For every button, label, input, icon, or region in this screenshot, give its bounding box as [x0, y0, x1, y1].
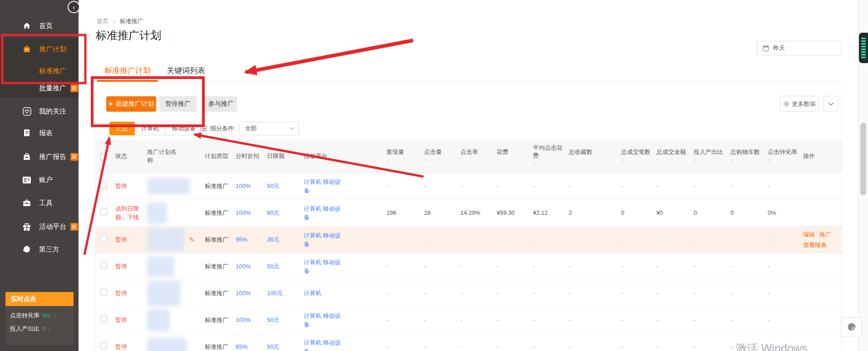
sort-ascending-icon[interactable]: ↑ [569, 157, 618, 164]
column-header-gmv[interactable]: 总成交金额↑ [656, 148, 694, 165]
cell-daily-limit-link[interactable]: 50元 [267, 262, 304, 271]
cell-discount-link[interactable]: 100% [236, 262, 267, 271]
table-row[interactable]: 暂停标准推广100%50元计算机 移动设备----------- [96, 173, 842, 200]
cell-daily-limit-link[interactable]: 50元 [267, 182, 304, 191]
new-campaign-button[interactable]: + 新建推广计划 [106, 96, 156, 112]
sidebar-item-third-party[interactable]: 第三方 [0, 242, 79, 256]
tab-keyword-list[interactable]: 关键词列表 [167, 65, 205, 76]
column-header-cost[interactable]: 花费↑ [497, 148, 533, 165]
sidebar-item-tools[interactable]: 工具 [0, 196, 79, 210]
breadcrumb-home-link[interactable]: 首页 [97, 17, 108, 25]
table-row[interactable]: 达到日限额，下线标准推广100%60元计算机 移动设备1962814.29%¥5… [96, 200, 842, 227]
column-header-carts[interactable]: 总购物车数↑ [730, 148, 768, 165]
sidebar-item-account[interactable]: 账户 [0, 173, 79, 187]
sidebar-item-activity-platform[interactable]: 活动平台 新 [0, 220, 79, 233]
platform-links[interactable]: 计算机 移动设备 [304, 204, 342, 222]
segment-filter-select[interactable]: 全部 [239, 122, 299, 135]
sort-ascending-icon[interactable]: ↑ [621, 157, 654, 164]
sort-ascending-icon[interactable]: ↑ [497, 157, 530, 164]
platform-links[interactable]: 计算机 移动设备 [304, 231, 342, 249]
sort-ascending-icon[interactable]: ↑ [768, 157, 800, 164]
platform-links[interactable]: 计算机 移动设备 [304, 338, 342, 351]
view-tab-computer[interactable]: 计算机 [135, 122, 166, 135]
column-header-cvr[interactable]: 点击转化率↑ [768, 148, 803, 165]
cell-discount-link[interactable]: 95% [236, 235, 267, 244]
column-header-clicks[interactable]: 点击量↑ [424, 148, 460, 165]
report-receipt-icon [22, 129, 32, 138]
more-data-button[interactable]: 更多数据 [780, 96, 819, 112]
row-checkbox[interactable] [100, 289, 107, 296]
sidebar-item-reports[interactable]: 报表 [0, 126, 79, 140]
row-checkbox[interactable] [100, 208, 107, 215]
row-checkbox[interactable] [100, 316, 107, 322]
sort-ascending-icon[interactable]: ↑ [386, 157, 421, 164]
row-checkbox[interactable] [100, 342, 107, 349]
scrollbar-thumb[interactable] [860, 123, 866, 195]
sidebar-item-favorites[interactable]: 我的关注 [0, 104, 79, 118]
sidebar-item-campaigns[interactable]: 推广计划 [0, 42, 79, 56]
browser-extension-tab[interactable] [859, 33, 868, 63]
view-tab-summary[interactable]: 汇总 [109, 122, 135, 135]
expand-toolbar-button[interactable] [824, 96, 838, 112]
date-picker-value: 昨天 [773, 44, 785, 52]
segment-filter: 细分条件: 全部 [200, 122, 299, 135]
sort-ascending-icon[interactable]: ↑ [730, 157, 765, 164]
join-promotion-button[interactable]: 参与推广 [205, 96, 237, 112]
tab-standard-campaigns[interactable]: 标准推广计划 [104, 65, 151, 76]
cell-daily-limit-link[interactable]: 100元 [267, 289, 304, 298]
column-header-favorites[interactable]: 总收藏数↑ [569, 148, 621, 165]
sort-ascending-icon[interactable]: ↑ [533, 161, 566, 168]
sort-ascending-icon[interactable]: ↑ [424, 157, 458, 164]
sort-ascending-icon[interactable]: ↑ [694, 157, 728, 164]
cell-cost: - [497, 182, 533, 191]
table-row[interactable]: 暂停✎标准推广95%35元计算机 移动设备-----------编辑推广查看报表 [96, 227, 842, 253]
cell-discount-link[interactable]: 100% [236, 182, 267, 191]
table-row[interactable]: 暂停标准推广100%50元计算机 移动设备----------- [96, 307, 842, 334]
platform-links[interactable]: 计算机 移动设备 [304, 311, 342, 329]
column-header-roi[interactable]: 投入产出比↑ [694, 148, 730, 165]
cell-campaign-name: ✎ [147, 228, 205, 251]
cell-discount-link[interactable]: 100% [236, 289, 267, 298]
floating-tool-button[interactable] [841, 317, 862, 336]
row-checkbox[interactable] [100, 182, 107, 188]
platform-links[interactable]: 计算机 移动设备 [304, 178, 342, 195]
table-row[interactable]: 暂停标准推广100%50元计算机 移动设备----------- [96, 253, 842, 280]
platform-links[interactable]: 计算机 [304, 289, 321, 298]
cell-discount-link[interactable]: 65% [236, 342, 267, 351]
action-link[interactable]: 编辑 [803, 231, 815, 238]
sort-ascending-icon[interactable]: ↑ [656, 157, 691, 164]
column-header-orders[interactable]: 总成交笔数↑ [621, 148, 656, 165]
edit-pencil-icon[interactable]: ✎ [189, 235, 195, 245]
view-tab-mobile[interactable]: 移动设备 [166, 122, 202, 135]
cell-daily-limit-link[interactable]: 60元 [267, 208, 304, 218]
table-row[interactable]: 暂停标准推广100%100元计算机----------- [96, 280, 842, 307]
action-link[interactable]: 查看报表 [803, 242, 827, 248]
date-range-picker[interactable]: 昨天 [757, 41, 841, 55]
cell-discount-link[interactable]: 100% [236, 316, 267, 325]
sort-ascending-icon[interactable]: ↑ [460, 157, 494, 164]
column-header-impressions[interactable]: 展现量↑ [386, 148, 424, 165]
cell-daily-limit-link[interactable]: 50元 [267, 342, 304, 351]
sidebar-item-home[interactable]: 首页 [0, 19, 79, 33]
column-header-ctr[interactable]: 点击率↑ [460, 148, 497, 165]
sidebar-collapse-button[interactable]: ‹ [68, 1, 80, 13]
action-link[interactable]: 推广 [819, 231, 831, 238]
cell-daily-limit-link[interactable]: 35元 [267, 235, 304, 244]
row-checkbox[interactable] [100, 262, 107, 269]
pause-promotion-button[interactable]: 暂停推广 [159, 96, 197, 112]
sidebar-item-promo-report[interactable]: 推广报告 新 [0, 150, 79, 163]
realtime-widget-row: 投入产出比 0 ↓ [10, 325, 69, 333]
campaign-name-blurred [147, 228, 184, 251]
row-checkbox[interactable] [100, 235, 107, 242]
cell-daily-limit-link[interactable]: 50元 [267, 316, 304, 325]
table-row[interactable]: 暂停标准推广65%50元计算机 移动设备----------- [96, 334, 842, 351]
column-header-avg-cpc[interactable]: 平均点击花费↑ [533, 144, 569, 168]
sidebar-item-batch-promo[interactable]: 批量推广 新 [0, 81, 79, 95]
new-badge: 新 [70, 223, 78, 231]
sidebar-item-standard-promo[interactable]: 标准推广 [0, 64, 79, 78]
cell-discount-link[interactable]: 100% [236, 208, 267, 218]
platform-links[interactable]: 计算机 移动设备 [304, 258, 342, 276]
screenshot-tool-icon [847, 322, 857, 332]
select-all-checkbox[interactable] [100, 153, 107, 160]
cell-ctr: - [460, 342, 497, 351]
